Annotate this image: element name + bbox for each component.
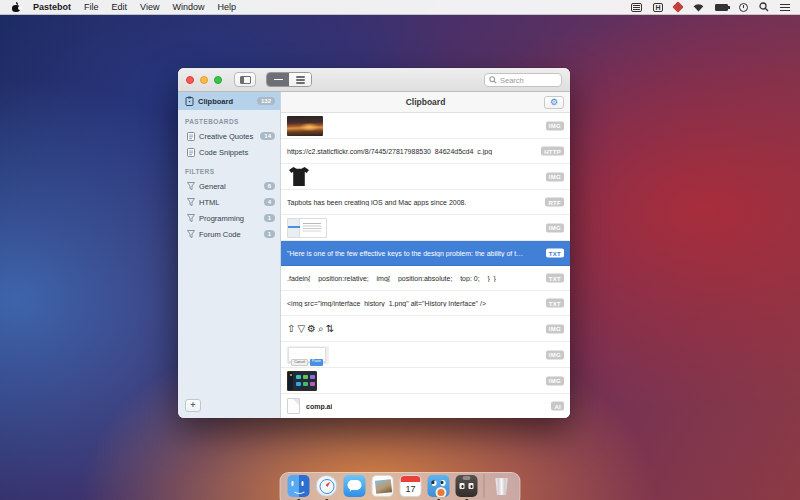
pasteboard-icon [187, 148, 195, 157]
dock-messages-icon[interactable] [344, 475, 366, 497]
sidebar-item-label: General [199, 182, 226, 191]
dock-pastebot-icon[interactable] [456, 475, 478, 497]
filter-funnel-icon [187, 198, 195, 206]
menu-view[interactable]: View [140, 2, 159, 12]
menu-file[interactable]: File [84, 2, 99, 12]
type-badge: TXT [546, 249, 564, 258]
clipboard-row[interactable]: comp.ai AI [281, 394, 570, 418]
dock-safari-icon[interactable] [316, 475, 338, 497]
search-icon [489, 76, 497, 84]
sidebar-toggle-button[interactable] [234, 72, 256, 87]
zoom-button[interactable] [214, 76, 222, 84]
pasteboards-section-header: PASTEBOARDS [178, 110, 280, 128]
dock-photos-icon[interactable] [372, 475, 394, 497]
red-diamond-app-icon[interactable] [674, 2, 682, 12]
sidebar-item-filter-html[interactable]: HTML 4 [178, 194, 280, 210]
list-header: Clipboard ⚙ [281, 92, 570, 113]
type-badge: AI [551, 402, 564, 411]
sidebar-item-label: Programming [199, 214, 244, 223]
dock-calendar-icon[interactable]: 17 [400, 475, 422, 497]
apple-menu-icon[interactable] [12, 3, 20, 12]
view-mode-segmented-control [266, 72, 312, 87]
type-badge: IMG [546, 223, 564, 232]
type-badge: TXT [546, 299, 564, 308]
window-titlebar[interactable] [178, 68, 570, 92]
sidebar-toggle-icon [240, 76, 251, 84]
menu-edit[interactable]: Edit [112, 2, 128, 12]
view-mode-stack-segment[interactable] [289, 73, 311, 86]
traffic-lights [186, 76, 222, 84]
h-app-icon[interactable]: H [653, 2, 663, 12]
clipboard-row[interactable]: IMG [281, 113, 570, 139]
clock-icon[interactable] [739, 2, 748, 12]
dock-tweetbot-icon[interactable] [428, 475, 450, 497]
clipboard-row[interactable]: Tapbots has been creating iOS and Mac ap… [281, 190, 570, 215]
sidebar-item-label: HTML [199, 198, 219, 207]
count-badge: 6 [264, 182, 275, 190]
dialog-tiny-text: · · · [291, 352, 296, 356]
clipboard-panel: Clipboard ⚙ IMG https://c2.staticflickr.… [281, 92, 570, 418]
clipboard-row-selected[interactable]: "Here is one of the few effective keys t… [281, 241, 570, 266]
sidebar-item-filter-general[interactable]: General 6 [178, 178, 280, 194]
clipboard-row[interactable]: .fadein{ position:relative; img{ positio… [281, 266, 570, 291]
keyboard-grid-icon[interactable] [631, 2, 642, 12]
clipboard-list[interactable]: IMG https://c2.staticflickr.com/8/7445/2… [281, 113, 570, 418]
dark-app-screenshot-thumbnail [287, 371, 317, 391]
sidebar-item-clipboard[interactable]: Clipboard 132 [178, 92, 280, 110]
dock: 17 [280, 472, 521, 500]
sidebar-item-filter-forum-code[interactable]: Forum Code 1 [178, 226, 280, 242]
file-name: comp.ai [306, 403, 332, 410]
search-input[interactable] [500, 76, 557, 85]
search-field[interactable] [484, 73, 562, 87]
type-badge: TXT [546, 274, 564, 283]
sidebar-item-filter-programming[interactable]: Programming 1 [178, 210, 280, 226]
document-file-icon [287, 398, 300, 414]
app-window-screenshot-thumbnail [287, 218, 327, 238]
clipboard-row[interactable]: https://c2.staticflickr.com/8/7445/27817… [281, 139, 570, 164]
close-button[interactable] [186, 76, 194, 84]
menu-bar: Pastebot File Edit View Window Help H [0, 0, 800, 15]
count-badge: 1 [264, 230, 275, 238]
spotlight-search-icon[interactable] [759, 2, 769, 12]
dock-finder-icon[interactable] [288, 475, 310, 497]
wifi-icon[interactable] [693, 2, 704, 12]
type-badge: IMG [546, 324, 564, 333]
row-text: Tapbots has been creating iOS and Mac ap… [287, 199, 466, 206]
count-badge: 1 [264, 214, 275, 222]
sidebar-item-code-snippets[interactable]: Code Snippets [178, 144, 280, 160]
filters-section-header: FILTERS [178, 160, 280, 178]
row-text: "Here is one of the few effective keys t… [287, 250, 527, 257]
sidebar-item-label: Forum Code [199, 230, 241, 239]
clipboard-row[interactable]: IMG [281, 368, 570, 394]
menu-help[interactable]: Help [217, 2, 236, 12]
menu-app-name[interactable]: Pastebot [33, 2, 71, 12]
clipboard-icon [185, 96, 194, 106]
clipboard-row[interactable]: · · · Cancel Paste IMG [281, 342, 570, 368]
clipboard-count-badge: 132 [257, 97, 275, 105]
thumb-paste-button-label: Paste [310, 359, 323, 366]
menu-window[interactable]: Window [172, 2, 204, 12]
filter-funnel-icon [187, 214, 195, 222]
notification-center-icon[interactable] [780, 2, 790, 12]
minimize-button[interactable] [200, 76, 208, 84]
type-badge: IMG [546, 121, 564, 130]
settings-button[interactable]: ⚙ [544, 96, 564, 109]
add-pasteboard-button[interactable]: + [185, 399, 201, 412]
pasteboard-icon [187, 132, 195, 141]
pastebot-window: Clipboard 132 PASTEBOARDS Creative Quote… [178, 68, 570, 418]
clipboard-row[interactable]: ⇧▽⚙⌕⇅ IMG [281, 316, 570, 342]
type-badge: HTTP [541, 147, 564, 156]
dock-separator [484, 474, 485, 498]
clipboard-row[interactable]: <img src="img/interface_history_1.png" a… [281, 291, 570, 316]
view-mode-list-segment[interactable] [267, 73, 289, 86]
type-badge: IMG [546, 172, 564, 181]
filter-funnel-icon [187, 182, 195, 190]
sidebar-item-creative-quotes[interactable]: Creative Quotes 14 [178, 128, 280, 144]
clipboard-row[interactable]: IMG [281, 215, 570, 241]
dock-trash-icon[interactable] [491, 475, 513, 497]
paste-dialog-screenshot-thumbnail: · · · Cancel Paste [287, 346, 329, 364]
battery-icon[interactable] [715, 2, 728, 12]
clipboard-row[interactable]: IMG [281, 164, 570, 190]
stacked-lines-icon [296, 76, 305, 83]
count-badge: 4 [264, 198, 275, 206]
